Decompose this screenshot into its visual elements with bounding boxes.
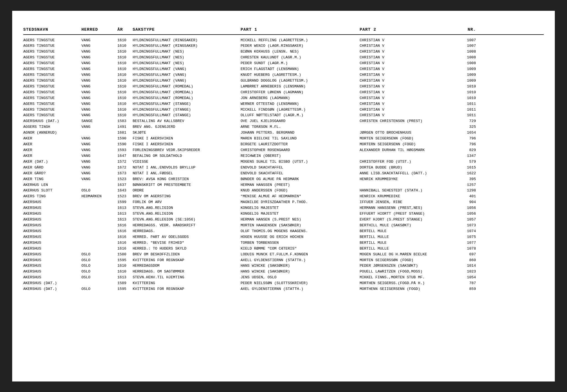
cell-stedsnavn: AGERS TINGSTUE	[23, 107, 81, 113]
cell-herred: VANG	[81, 84, 117, 90]
table-row: AKERSHUS 1613 STEVN.ANG.RELIGION KONGELI…	[23, 205, 544, 211]
cell-aar: 1589	[117, 281, 133, 286]
col-header-aar: ÅR	[117, 27, 133, 32]
cell-stedsnavn: AGERS TINGSTUE	[23, 61, 81, 66]
table-row: AKERHUS LEN 1637 BØNNSKRIFT OM PRESTEEMB…	[23, 182, 544, 188]
cell-part1: PEDER NIELSSØN (SLOTTSSKRIVER)	[241, 281, 360, 286]
cell-part1: KNUDT HUEBERG (LAGRETTESM.)	[241, 72, 360, 78]
cell-herred: VANG	[81, 38, 117, 43]
cell-aar: 1595	[117, 258, 133, 263]
table-row: AKERSHUS 1616 HERRED. "BEVISE FRIHED" TO…	[23, 240, 544, 246]
cell-herred	[81, 199, 117, 205]
cell-sakstype: HERRED.: TO HUDERS SKYLD	[133, 246, 241, 252]
cell-aar: 1616	[117, 234, 133, 240]
cell-nr: 1615	[457, 165, 476, 171]
cell-herred: VANG	[81, 124, 117, 130]
cell-part1: JENS UDSEN, OSLO	[241, 275, 360, 281]
cell-aar: 1583	[117, 118, 133, 124]
cell-herred: VANG	[81, 171, 117, 176]
cell-sakstype: STEVN.HENV.TIL HJEMTING	[133, 275, 241, 281]
cell-stedsnavn: AGERS TINGSTUE	[23, 43, 81, 49]
table-row: AGERS TINGSTUE VANG 1610 HYLDNINGSFULLMA…	[23, 61, 544, 66]
cell-stedsnavn: AKERS TING	[23, 194, 81, 199]
cell-part1: AXEL GYLDENSTIERNN (STATTH.)	[241, 286, 360, 292]
cell-part2: CHRISTIAN V	[360, 113, 457, 118]
cell-part1: LODUIG MUNCK ET.FULLM.F.KONGEN	[241, 252, 360, 258]
cell-aar: 1672	[117, 165, 133, 171]
cell-stedsnavn: AKER GÅRD?	[23, 171, 81, 176]
cell-herred: VANG	[81, 49, 117, 55]
table-row: AKERSHUS OSLO 1580 BREV OM BESKOFFZLIDEN…	[23, 252, 544, 258]
cell-stedsnavn: AKERSHUS (DAT.)	[23, 281, 81, 286]
cell-herred: OSLO	[81, 258, 117, 263]
cell-aar: 1610	[117, 61, 133, 66]
records-table: STEDSNAVN HERRED ÅR SAKSTYPE PART 1 PART…	[23, 27, 544, 292]
cell-herred: VANG	[81, 90, 117, 95]
cell-sakstype: SKJØTE	[133, 130, 241, 136]
cell-sakstype: BREV: AVSA KONG CHRISTIEN	[133, 176, 241, 182]
cell-part1: CHRISTOFFER LØKENN (LAGMANN)	[241, 90, 360, 95]
cell-aar: 1590	[117, 136, 133, 142]
cell-part2: CHRISTIAN V	[360, 107, 457, 113]
cell-herred: VANG	[81, 165, 117, 171]
cell-sakstype: HERREDAGSS. VEDR. HÅNDSKRIFT	[133, 223, 241, 229]
cell-part2: EVERT HJORT (S.PREST STANGE)	[360, 217, 457, 223]
cell-sakstype: KVITTERING FOR REGNSKAP	[133, 286, 241, 292]
cell-part1: ARNE TORÆSON M.FL.	[241, 124, 360, 130]
cell-aar: 1610	[117, 263, 133, 269]
cell-aar: 1613	[117, 211, 133, 217]
cell-sakstype: FISKE I AKERSVIKEN	[133, 136, 241, 142]
cell-herred	[81, 211, 117, 217]
cell-nr: 1010	[457, 84, 476, 90]
cell-stedsnavn: AKERHUS SLOTT	[23, 188, 81, 194]
cell-sakstype: HYLDNINGSFULLMAKT (VANG)	[133, 78, 241, 84]
cell-herred: VANG	[81, 78, 117, 84]
cell-aar: 1610	[117, 95, 133, 101]
cell-nr: 1073	[457, 223, 476, 229]
cell-herred	[81, 182, 117, 188]
cell-stedsnavn: AGERS TINGSTUE	[23, 66, 81, 72]
cell-nr: 1008	[457, 61, 476, 66]
cell-sakstype: BREV ANG. GJENGJERD	[133, 124, 241, 130]
cell-aar: 1610	[117, 78, 133, 84]
cell-aar: 1616	[117, 240, 133, 246]
cell-sakstype: FORLIK OM ARV	[133, 199, 241, 205]
cell-sakstype: BREV OM AGERSTING	[133, 194, 241, 199]
cell-part2: MORTEN SEIGERSSØN (FOGD)	[360, 258, 457, 263]
cell-part1: MICKELL REFFLING (LAGRETTESM.)	[241, 38, 360, 43]
cell-part2: HERMANN HANSSENN (PREST,NES)	[360, 205, 457, 211]
cell-herred: OSLO	[81, 269, 117, 275]
cell-sakstype: NOTAT I ANL.FØDSEL	[133, 171, 241, 176]
cell-herred: VANG	[81, 66, 117, 72]
cell-part1: LAMBRRET ARNEBERIG (LENSMANN)	[241, 84, 360, 90]
cell-herred	[81, 240, 117, 246]
cell-herred: VANG	[81, 43, 117, 49]
cell-aar: 1610	[117, 269, 133, 275]
cell-sakstype: HYLDNINGSFULLMAKT (ROMEDAL)	[133, 84, 241, 90]
cell-aar: 1613	[117, 275, 133, 281]
table-row: AKER GÅRD? VANG 1673 NOTAT I ANL.FØDSEL …	[23, 171, 544, 176]
cell-herred: VANG	[81, 159, 117, 165]
cell-part1: OLUF THOMIS.OG MOGENS HAAGENS.	[241, 229, 360, 234]
cell-nr: 904	[457, 199, 476, 205]
cell-stedsnavn: AKERSHUS	[23, 205, 81, 211]
table-row: AGERS TINGSTUE VANG 1610 HYLDNINGSFULLMA…	[23, 55, 544, 61]
cell-part2: CHRISTIAN V	[360, 43, 457, 49]
cell-stedsnavn: AGERS TINGSTUE	[23, 90, 81, 95]
cell-sakstype: BESTALLING AV KALLSBREV	[133, 118, 241, 124]
cell-part2: CHRISTEN CHRISTENSON (PREST)	[360, 118, 457, 124]
cell-herred: VANG	[81, 101, 117, 107]
cell-aar: 1610	[117, 43, 133, 49]
cell-herred: VANG	[81, 142, 117, 147]
cell-part2: CHRISTIAN V	[360, 101, 457, 107]
cell-part1: ENDVOLD SKACHTAFFEL	[241, 165, 360, 171]
cell-sakstype: HYLDNINGSFULLMAKT (VANG)	[133, 72, 241, 78]
cell-part1: MAREN BIELCKE TIL SAXLUND	[241, 136, 360, 142]
cell-aar: 1523	[117, 194, 133, 199]
cell-nr: 1054	[457, 275, 476, 281]
cell-aar: 1613	[117, 217, 133, 223]
cell-part1: CHRESTEN KAULUNDT (LAGR.M.)	[241, 55, 360, 61]
cell-stedsnavn: AGERS TINGSTUE	[23, 38, 81, 43]
cell-sakstype: STEVN.ANG.RELIGION	[133, 205, 241, 211]
cell-part1: KONGELIG MAJESTET	[241, 211, 360, 217]
